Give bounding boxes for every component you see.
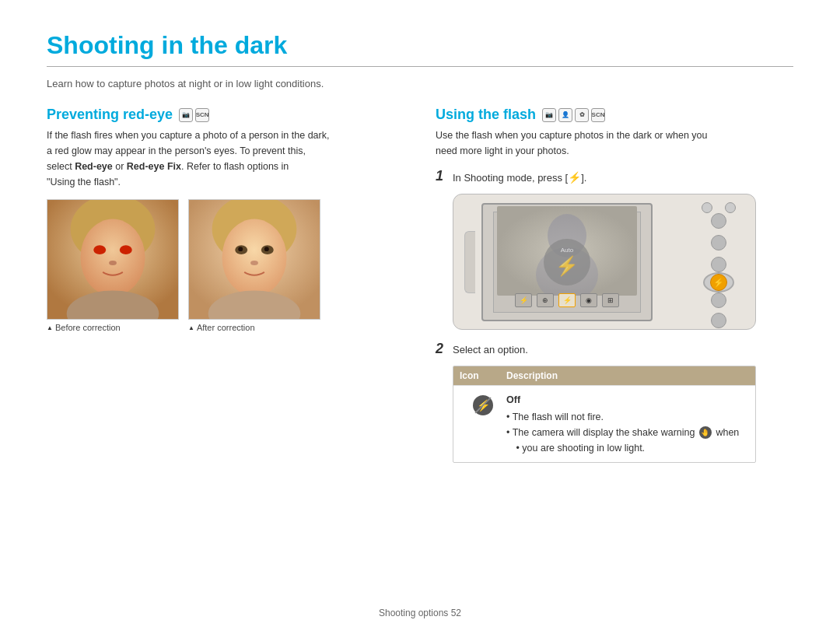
beauty-icon: ✿ bbox=[575, 108, 589, 122]
off-bullets: The flash will not fire. The camera will… bbox=[506, 409, 749, 456]
cam-ring-inner: ⚡ bbox=[710, 274, 727, 291]
step-2: 2 Select an option. bbox=[436, 341, 793, 358]
screen-icon-3: ⚡ bbox=[558, 293, 576, 307]
title-divider bbox=[47, 66, 793, 67]
cam-btn-mid-2 bbox=[711, 235, 726, 250]
svg-point-13 bbox=[264, 247, 269, 251]
left-body: If the flash fires when you capture a ph… bbox=[47, 128, 404, 190]
off-bullet-3: you are shooting in low light. bbox=[506, 440, 749, 456]
screen-bottom-icons: ⚡ ⊕ ⚡ ◉ ⊞ bbox=[494, 293, 640, 307]
before-photo-svg bbox=[47, 199, 178, 320]
after-caption: ▲ After correction bbox=[188, 323, 255, 332]
cam-btn-bot-1 bbox=[711, 292, 726, 308]
step-1-text: In Shooting mode, press [⚡]. bbox=[453, 168, 586, 186]
portrait-icon: 👤 bbox=[558, 108, 572, 122]
step-1: 1 In Shooting mode, press [⚡]. bbox=[436, 168, 793, 186]
screen-inner: Auto ⚡ ⚡ ⊕ ⚡ ◉ ⊞ bbox=[493, 212, 641, 313]
before-photo-container: ▲ Before correction bbox=[47, 199, 179, 332]
scene-icon: SCN bbox=[195, 108, 209, 122]
table-header-desc: Description bbox=[506, 370, 749, 381]
off-label: Off bbox=[506, 392, 749, 408]
after-photo-svg bbox=[189, 199, 320, 320]
svg-point-5 bbox=[109, 261, 117, 265]
before-caption: ▲ Before correction bbox=[47, 323, 121, 332]
flash-auto-badge: Auto ⚡ bbox=[544, 239, 590, 285]
svg-point-9 bbox=[222, 219, 286, 296]
camera-diagram: Auto ⚡ ⚡ ⊕ ⚡ ◉ ⊞ bbox=[453, 194, 756, 330]
smart-mode-icon: 📷 bbox=[542, 108, 556, 122]
scene-mode-icon: SCN bbox=[591, 108, 605, 122]
right-section-title: Using the flash 📷 👤 ✿ SCN bbox=[436, 107, 793, 123]
triangle-icon-before: ▲ bbox=[47, 324, 53, 331]
shake-warning-icon: 🤚 bbox=[699, 426, 712, 439]
off-description-cell: Off The flash will not fire. The camera … bbox=[506, 392, 749, 456]
off-bullet-1: The flash will not fire. bbox=[506, 409, 749, 425]
left-section: Preventing red-eye 📷 SCN If the flash fi… bbox=[47, 107, 404, 463]
svg-point-12 bbox=[238, 247, 243, 251]
auto-text: Auto bbox=[561, 247, 573, 254]
table-row-off: ⚡ Off The flash will not fire. The camer… bbox=[453, 385, 755, 462]
screen-icon-5: ⊞ bbox=[602, 293, 619, 307]
cam-btn-top-left bbox=[702, 202, 712, 213]
triangle-icon-after: ▲ bbox=[188, 324, 194, 331]
svg-point-4 bbox=[120, 245, 132, 254]
screen-icon-1: ⚡ bbox=[515, 293, 532, 307]
mode-icons-right: 📷 👤 ✿ SCN bbox=[542, 108, 605, 122]
screen-icon-2: ⊕ bbox=[537, 293, 554, 307]
page-subtitle: Learn how to capture photos at night or … bbox=[47, 78, 793, 89]
before-photo bbox=[47, 199, 179, 320]
step-1-num: 1 bbox=[436, 168, 448, 185]
svg-point-3 bbox=[93, 245, 106, 254]
screen-icon-4: ◉ bbox=[580, 293, 597, 307]
step-2-text: Select an option. bbox=[453, 341, 528, 358]
after-photo-container: ▲ After correction bbox=[188, 199, 320, 332]
options-table: Icon Description ⚡ Off The flash will no… bbox=[453, 366, 756, 463]
camera-right-controls: ⚡ bbox=[691, 202, 746, 321]
top-buttons-row bbox=[702, 202, 736, 213]
smart-auto-icon: 📷 bbox=[179, 108, 193, 122]
right-body: Use the flash when you capture photos in… bbox=[436, 128, 793, 159]
flash-off-icon: ⚡ bbox=[473, 395, 493, 415]
cam-btn-mid-3 bbox=[711, 257, 726, 272]
svg-point-2 bbox=[80, 219, 145, 296]
off-icon-cell: ⚡ bbox=[460, 392, 506, 415]
camera-left-edge bbox=[464, 231, 475, 293]
bottom-buttons bbox=[711, 292, 726, 328]
off-bullet-2: The camera will display the shake warnin… bbox=[506, 425, 749, 440]
right-section: Using the flash 📷 👤 ✿ SCN Use the flash … bbox=[436, 107, 793, 463]
cam-ring-control: ⚡ bbox=[703, 272, 734, 292]
page-footer: Shooting options 52 bbox=[0, 608, 840, 618]
table-header: Icon Description bbox=[453, 366, 755, 385]
left-section-title: Preventing red-eye 📷 SCN bbox=[47, 107, 404, 123]
mode-icons-left: 📷 SCN bbox=[179, 108, 209, 122]
step-2-num: 2 bbox=[436, 341, 448, 358]
svg-point-14 bbox=[250, 261, 258, 265]
middle-buttons bbox=[711, 213, 726, 272]
table-header-icon: Icon bbox=[460, 370, 506, 381]
cam-btn-top-right bbox=[725, 202, 736, 213]
cam-btn-mid-1 bbox=[711, 213, 726, 229]
camera-screen: Auto ⚡ ⚡ ⊕ ⚡ ◉ ⊞ bbox=[481, 203, 653, 321]
screen-bolt-icon: ⚡ bbox=[555, 255, 579, 277]
after-photo bbox=[188, 199, 320, 320]
cam-btn-bot-2 bbox=[711, 313, 726, 328]
page-title: Shooting in the dark bbox=[47, 31, 793, 60]
comparison-photos: ▲ Before correction bbox=[47, 199, 404, 332]
